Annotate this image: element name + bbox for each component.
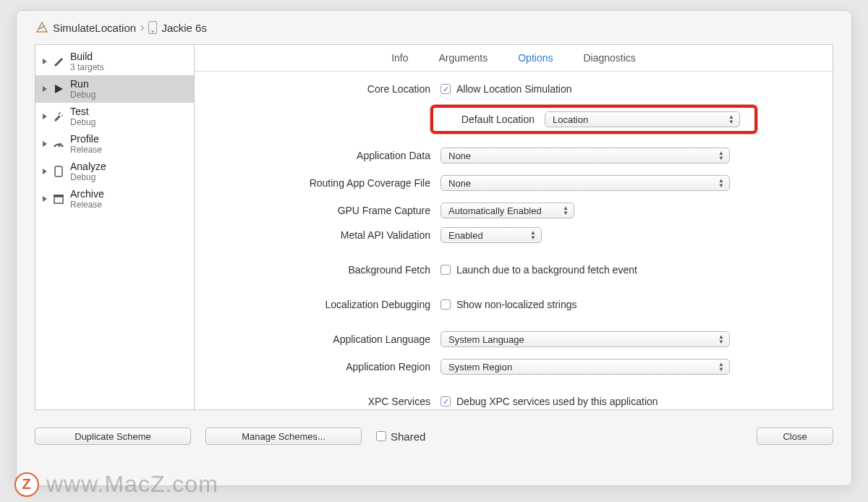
gpu-frame-capture-value: Automatically Enabled [448, 205, 542, 216]
application-data-value: None [448, 150, 471, 161]
xpc-services-checkbox[interactable] [441, 396, 451, 407]
sidebar-item-title: Analyze [70, 161, 106, 172]
archive-icon [51, 192, 66, 206]
sidebar-item-subtitle: Debug [70, 172, 106, 182]
sidebar-item-analyze[interactable]: AnalyzeDebug [35, 158, 194, 185]
shared-label: Shared [391, 430, 425, 443]
wrench-icon [51, 109, 66, 124]
scheme-phase-sidebar: Build3 targetsRunDebugTestDebugProfileRe… [35, 45, 195, 409]
content-pane: InfoArgumentsOptionsDiagnostics Core Loc… [195, 45, 833, 409]
allow-location-simulation-checkbox[interactable] [441, 84, 451, 94]
label-application-language: Application Language [209, 333, 441, 345]
gauge-icon [51, 137, 66, 151]
metal-api-value: Enabled [448, 230, 483, 241]
tab-options[interactable]: Options [518, 52, 553, 64]
xpc-services-checkbox-text: Debug XPC services used by this applicat… [456, 396, 658, 407]
tab-info[interactable]: Info [391, 52, 408, 64]
svg-rect-3 [54, 195, 64, 197]
label-background-fetch: Background Fetch [209, 264, 441, 276]
sidebar-item-title: Run [70, 78, 95, 90]
disclosure-triangle-icon[interactable] [43, 169, 47, 174]
label-application-data: Application Data [209, 150, 441, 161]
application-language-select[interactable]: System Language ▲▼ [441, 331, 730, 347]
allow-location-simulation-text: Allow Location Simulation [456, 83, 572, 95]
application-data-select[interactable]: None ▲▼ [441, 148, 730, 163]
disclosure-triangle-icon[interactable] [43, 196, 47, 202]
label-core-location: Core Location [209, 83, 441, 95]
sidebar-item-title: Archive [70, 188, 104, 200]
hammer-icon [51, 54, 66, 69]
sidebar-item-subtitle: Release [70, 145, 102, 155]
sidebar-item-archive[interactable]: ArchiveRelease [35, 185, 194, 213]
label-localization-debugging: Localization Debugging [209, 299, 441, 310]
select-stepper-icon: ▲▼ [716, 150, 726, 161]
sidebar-item-subtitle: Debug [70, 90, 95, 100]
label-routing-app: Routing App Coverage File [209, 177, 441, 189]
svg-rect-2 [54, 197, 63, 203]
disclosure-triangle-icon[interactable] [43, 141, 47, 147]
disclosure-triangle-icon[interactable] [43, 59, 47, 64]
application-region-select[interactable]: System Region ▲▼ [441, 359, 730, 375]
label-xpc-services: XPC Services [209, 396, 441, 407]
select-stepper-icon: ▲▼ [716, 361, 726, 373]
disclosure-triangle-icon[interactable] [43, 114, 47, 119]
breadcrumb: SimulateLocation › Jackie 6s [17, 11, 851, 44]
manage-schemes-button[interactable]: Manage Schemes... [205, 427, 362, 445]
default-location-highlight: Default Location Location ▲▼ [430, 105, 757, 134]
sidebar-item-title: Profile [70, 133, 102, 145]
metal-api-select[interactable]: Enabled ▲▼ [441, 227, 542, 243]
breadcrumb-device[interactable]: Jackie 6s [161, 22, 207, 34]
select-stepper-icon: ▲▼ [561, 205, 571, 216]
watermark: Z www.MacZ.com [14, 471, 218, 498]
device-icon [51, 164, 66, 179]
tab-arguments[interactable]: Arguments [439, 52, 488, 64]
routing-app-select[interactable]: None ▲▼ [441, 175, 730, 191]
sidebar-item-subtitle: Debug [70, 117, 95, 127]
default-location-select[interactable]: Location ▲▼ [545, 111, 740, 127]
watermark-text: www.MacZ.com [46, 471, 218, 498]
device-icon [148, 21, 157, 34]
scheme-editor-window: SimulateLocation › Jackie 6s Build3 targ… [16, 10, 852, 486]
label-default-location: Default Location [443, 114, 545, 125]
label-application-region: Application Region [209, 361, 441, 373]
sidebar-item-test[interactable]: TestDebug [35, 103, 194, 130]
label-gpu-frame-capture: GPU Frame Capture [209, 205, 441, 216]
application-language-value: System Language [448, 334, 524, 345]
footer-bar: Duplicate Scheme Manage Schemes... Share… [17, 410, 851, 445]
options-form: Core Location Allow Location Simulation … [195, 72, 833, 409]
breadcrumb-scheme[interactable]: SimulateLocation [53, 22, 136, 34]
sidebar-item-subtitle: 3 targets [70, 62, 104, 72]
tab-diagnostics[interactable]: Diagnostics [583, 52, 635, 64]
sidebar-item-title: Test [70, 106, 95, 117]
disclosure-triangle-icon[interactable] [43, 86, 47, 92]
localization-checkbox-text: Show non-localized strings [456, 299, 577, 310]
application-region-value: System Region [448, 362, 512, 373]
select-stepper-icon: ▲▼ [716, 333, 726, 345]
localization-checkbox[interactable] [441, 299, 451, 310]
select-stepper-icon: ▲▼ [528, 229, 538, 241]
gpu-frame-capture-select[interactable]: Automatically Enabled ▲▼ [441, 203, 574, 218]
play-icon [51, 82, 66, 96]
routing-app-value: None [448, 178, 471, 189]
sidebar-item-build[interactable]: Build3 targets [35, 48, 194, 75]
select-stepper-icon: ▲▼ [726, 114, 736, 125]
xcode-scheme-icon [35, 21, 48, 34]
tab-bar: InfoArgumentsOptionsDiagnostics [195, 45, 833, 72]
macz-logo-icon: Z [14, 472, 39, 497]
sidebar-item-profile[interactable]: ProfileRelease [35, 130, 194, 158]
label-metal-api: Metal API Validation [209, 229, 441, 241]
close-button[interactable]: Close [757, 427, 833, 445]
background-fetch-checkbox[interactable] [441, 265, 451, 275]
duplicate-scheme-button[interactable]: Duplicate Scheme [35, 427, 191, 445]
sidebar-item-subtitle: Release [70, 200, 104, 210]
shared-checkbox[interactable] [376, 431, 386, 441]
select-stepper-icon: ▲▼ [716, 177, 726, 189]
sidebar-item-run[interactable]: RunDebug [35, 75, 194, 103]
background-fetch-text: Launch due to a background fetch event [456, 264, 637, 276]
breadcrumb-separator-icon: › [140, 21, 144, 34]
svg-rect-1 [55, 166, 62, 176]
default-location-value: Location [553, 114, 588, 125]
main-panel: Build3 targetsRunDebugTestDebugProfileRe… [35, 44, 833, 410]
sidebar-item-title: Build [70, 51, 104, 62]
